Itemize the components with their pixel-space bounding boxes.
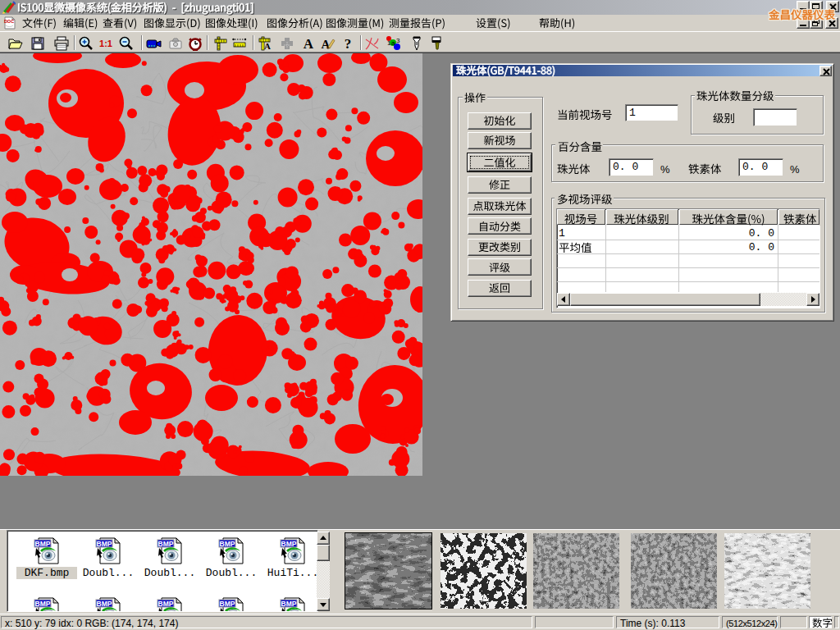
- svg-text:A: A: [304, 36, 314, 52]
- svg-text:3: 3: [396, 37, 400, 44]
- svg-text:A: A: [264, 41, 271, 51]
- svg-text:a: a: [391, 39, 395, 47]
- svg-text:A: A: [322, 38, 331, 51]
- svg-text:1:1: 1:1: [99, 39, 112, 48]
- svg-text:?: ?: [345, 36, 352, 52]
- svg-text:DOC: DOC: [4, 19, 14, 24]
